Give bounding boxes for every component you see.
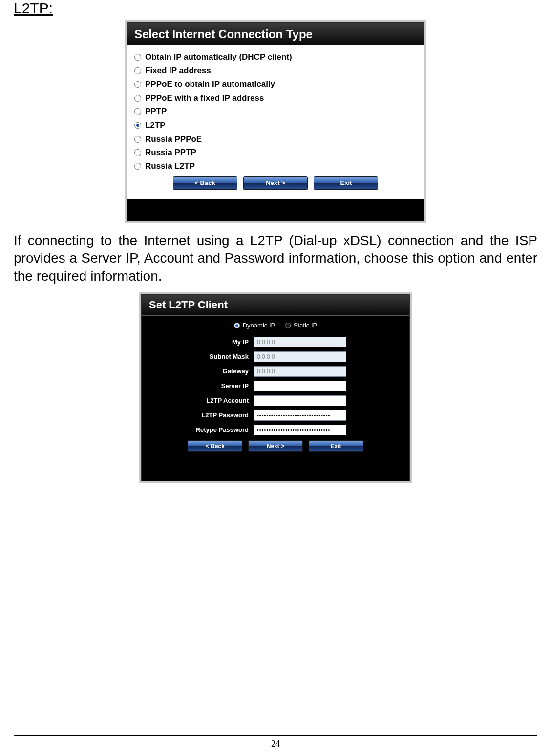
- radio-label: Fixed IP address: [145, 66, 211, 76]
- radio-option-dynamic-ip[interactable]: Dynamic IP: [234, 322, 275, 329]
- radio-icon: [134, 163, 141, 170]
- radio-label: Static IP: [294, 322, 317, 329]
- radio-icon: [134, 122, 141, 129]
- input-my-ip[interactable]: [254, 337, 346, 347]
- radio-icon: [134, 67, 141, 74]
- next-button[interactable]: Next >: [248, 440, 303, 452]
- label-my-ip: My IP: [151, 338, 254, 346]
- back-button[interactable]: < Back: [173, 176, 237, 190]
- input-l2tp-password[interactable]: [254, 410, 346, 421]
- radio-icon: [285, 323, 291, 328]
- input-subnet-mask[interactable]: [254, 351, 346, 362]
- radio-option-pppoe-fixed[interactable]: PPPoE with a fixed IP address: [133, 91, 418, 105]
- panel-footer-gap: [142, 459, 409, 481]
- input-l2tp-account[interactable]: [254, 395, 346, 406]
- exit-button[interactable]: Exit: [314, 176, 378, 190]
- radio-option-pppoe-auto[interactable]: PPPoE to obtain IP automatically: [133, 78, 418, 91]
- radio-label: Russia PPTP: [145, 148, 196, 158]
- radio-option-static-ip[interactable]: Static IP: [285, 322, 317, 329]
- exit-button[interactable]: Exit: [309, 440, 363, 452]
- description-paragraph: If connecting to the Internet using a L2…: [14, 232, 537, 285]
- radio-icon: [134, 81, 141, 88]
- section-heading: L2TP:: [14, 0, 537, 17]
- label-l2tp-account: L2TP Account: [151, 397, 254, 404]
- radio-option-pptp[interactable]: PPTP: [133, 105, 418, 119]
- page-footer: 24: [14, 735, 537, 749]
- radio-option-fixed-ip[interactable]: Fixed IP address: [133, 64, 418, 78]
- radio-label: L2TP: [145, 121, 166, 130]
- input-retype-password[interactable]: [254, 425, 346, 435]
- ip-mode-radio-group: Dynamic IP Static IP: [151, 319, 400, 335]
- label-server-ip: Server IP: [151, 382, 254, 389]
- panel-title: Select Internet Connection Type: [127, 23, 424, 45]
- panel-select-connection-type: Select Internet Connection Type Obtain I…: [125, 20, 426, 223]
- label-l2tp-password: L2TP Password: [151, 411, 254, 419]
- radio-icon: [134, 54, 141, 61]
- radio-label: PPTP: [145, 107, 167, 117]
- panel-footer-gap: [127, 199, 424, 221]
- radio-label: PPPoE to obtain IP automatically: [145, 80, 275, 89]
- radio-label: Dynamic IP: [243, 322, 275, 329]
- label-gateway: Gateway: [151, 368, 254, 375]
- radio-option-russia-pptp[interactable]: Russia PPTP: [133, 146, 418, 160]
- radio-icon: [134, 95, 141, 102]
- radio-label: Obtain IP automatically (DHCP client): [145, 52, 292, 62]
- radio-option-russia-l2tp[interactable]: Russia L2TP: [133, 160, 418, 173]
- connection-type-radio-group: Obtain IP automatically (DHCP client) Fi…: [133, 50, 418, 173]
- label-retype-password: Retype Password: [151, 426, 254, 433]
- radio-option-l2tp[interactable]: L2TP: [133, 119, 418, 132]
- input-gateway[interactable]: [254, 366, 346, 377]
- radio-icon: [234, 323, 240, 328]
- radio-label: PPPoE with a fixed IP address: [145, 93, 264, 103]
- radio-option-dhcp[interactable]: Obtain IP automatically (DHCP client): [133, 50, 418, 64]
- radio-label: Russia L2TP: [145, 162, 195, 171]
- radio-label: Russia PPPoE: [145, 134, 202, 144]
- label-subnet-mask: Subnet Mask: [151, 353, 254, 360]
- radio-icon: [134, 108, 141, 115]
- radio-icon: [134, 136, 141, 143]
- panel-set-l2tp-client: Set L2TP Client Dynamic IP Static IP: [139, 292, 412, 483]
- input-server-ip[interactable]: [254, 381, 346, 391]
- next-button[interactable]: Next >: [243, 176, 308, 190]
- radio-option-russia-pppoe[interactable]: Russia PPPoE: [133, 132, 418, 146]
- panel-title: Set L2TP Client: [142, 295, 409, 316]
- page-number: 24: [14, 736, 537, 749]
- back-button[interactable]: < Back: [188, 440, 242, 452]
- radio-icon: [134, 149, 141, 156]
